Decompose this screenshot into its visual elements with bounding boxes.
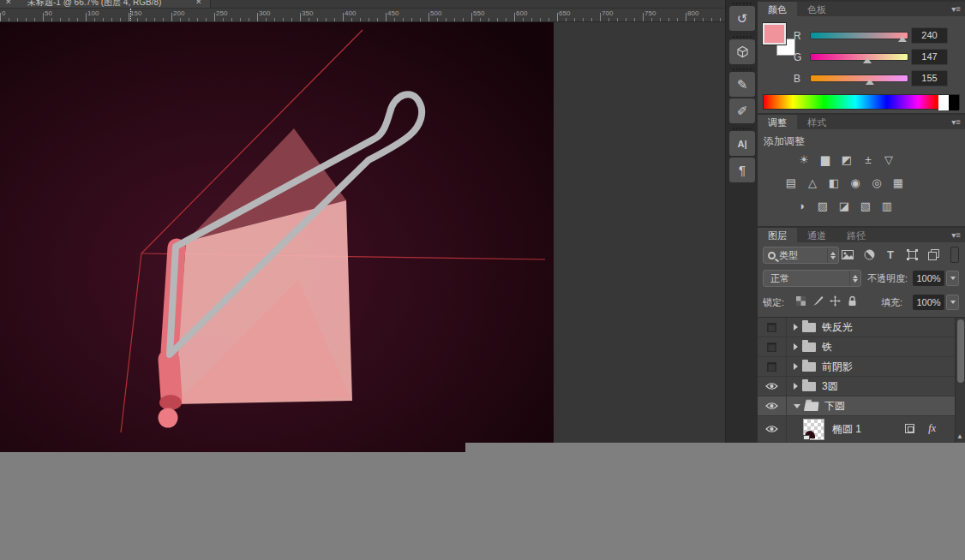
tab-styles[interactable]: 样式 bbox=[797, 115, 836, 129]
visibility-cell[interactable] bbox=[758, 416, 787, 442]
visibility-hidden-box[interactable] bbox=[767, 323, 776, 332]
opacity-value-field[interactable]: 100% bbox=[913, 271, 944, 286]
collapse-arrow-icon[interactable] bbox=[794, 404, 800, 408]
posterize-icon[interactable]: ▨ bbox=[814, 199, 831, 213]
curves-icon[interactable]: ◩ bbox=[838, 152, 855, 167]
expand-arrow-icon[interactable] bbox=[794, 324, 798, 331]
invert-icon[interactable]: ◑ bbox=[793, 199, 810, 213]
tab-adjustments[interactable]: 调整 bbox=[758, 115, 797, 129]
tool-presets-panel-button[interactable]: ✎ bbox=[729, 72, 755, 97]
lock-transparent-pixels-icon[interactable] bbox=[794, 294, 808, 307]
visibility-cell[interactable] bbox=[758, 396, 787, 415]
visibility-hidden-box[interactable] bbox=[767, 343, 776, 352]
green-slider[interactable] bbox=[810, 53, 908, 61]
green-slider-handle[interactable] bbox=[863, 57, 872, 63]
eye-icon[interactable] bbox=[765, 425, 778, 433]
blue-slider-handle[interactable] bbox=[866, 79, 874, 85]
exposure-icon[interactable]: ± bbox=[860, 152, 877, 167]
expand-arrow-icon[interactable] bbox=[794, 343, 798, 350]
blue-value-field[interactable]: 155 bbox=[911, 70, 948, 86]
visibility-hidden-box[interactable] bbox=[767, 362, 776, 372]
spectrum-black-swatch[interactable] bbox=[949, 95, 959, 110]
tab-channels[interactable]: 通道 bbox=[797, 228, 836, 242]
visibility-cell[interactable] bbox=[758, 377, 787, 396]
filter-pixel-layers-icon[interactable] bbox=[839, 247, 856, 263]
dock-grip[interactable] bbox=[733, 69, 752, 70]
layer-style-icon[interactable] bbox=[905, 424, 914, 433]
layer-row-qianyinying[interactable]: 前阴影 bbox=[758, 357, 965, 377]
document-tab[interactable]: ✕ 未标题-1 @ 66.7% (图层 4, RGB/8) ✕ bbox=[0, 0, 211, 9]
eye-icon[interactable] bbox=[765, 382, 778, 390]
history-panel-button[interactable]: ↺ bbox=[729, 6, 755, 31]
layer-row-3yuan[interactable]: 3圆 bbox=[758, 377, 965, 396]
layer-list-scrollbar[interactable]: ▲ bbox=[955, 318, 965, 444]
expand-arrow-icon[interactable] bbox=[794, 383, 798, 390]
visibility-cell[interactable] bbox=[758, 318, 787, 337]
horizontal-ruler[interactable]: 0 50 100 150 200 250 300 350 400 450 500… bbox=[0, 9, 725, 22]
red-value-field[interactable]: 240 bbox=[911, 27, 948, 44]
filter-smart-objects-icon[interactable] bbox=[925, 247, 942, 263]
color-balance-icon[interactable]: △ bbox=[804, 176, 821, 190]
dock-grip[interactable] bbox=[733, 128, 752, 129]
lock-all-icon[interactable] bbox=[845, 294, 860, 307]
dock-grip[interactable] bbox=[733, 36, 752, 38]
red-slider[interactable] bbox=[810, 32, 908, 39]
color-panel: 颜色 色板 ▾≡ R 240 G 147 B 155 bbox=[758, 2, 965, 113]
panel-menu-icon[interactable]: ▾≡ bbox=[951, 4, 961, 14]
layer-row-tie[interactable]: 铁 bbox=[758, 337, 965, 357]
spectrum-white-swatch[interactable] bbox=[938, 95, 949, 110]
threshold-icon[interactable]: ◪ bbox=[836, 199, 853, 213]
color-spectrum-ramp[interactable] bbox=[763, 94, 960, 110]
foreground-color-swatch[interactable] bbox=[763, 23, 786, 45]
filter-shape-layers-icon[interactable] bbox=[903, 247, 920, 263]
brightness-contrast-icon[interactable]: ☀ bbox=[795, 152, 812, 167]
blue-slider[interactable] bbox=[810, 74, 908, 82]
blend-mode-select[interactable]: 正常 bbox=[763, 270, 861, 287]
filter-adjustment-layers-icon[interactable] bbox=[860, 247, 878, 263]
panel-menu-icon[interactable]: ▾≡ bbox=[951, 230, 961, 240]
3d-panel-button[interactable] bbox=[729, 39, 755, 64]
black-white-icon[interactable]: ◧ bbox=[825, 176, 842, 190]
layer-filter-toggle[interactable] bbox=[950, 247, 959, 263]
color-lookup-icon[interactable]: ▦ bbox=[890, 176, 907, 190]
tab-close-icon[interactable]: ✕ bbox=[195, 0, 202, 6]
panel-menu-icon[interactable]: ▾≡ bbox=[951, 117, 961, 127]
ruler-label: 200 bbox=[173, 9, 184, 17]
green-value-field[interactable]: 147 bbox=[911, 49, 948, 65]
layer-effects-badge[interactable]: fx bbox=[928, 422, 936, 435]
expand-arrow-icon[interactable] bbox=[794, 363, 798, 370]
scrollbar-thumb[interactable] bbox=[957, 319, 964, 383]
tab-layers[interactable]: 图层 bbox=[758, 228, 797, 242]
brush-panel-button[interactable]: ✐ bbox=[729, 98, 755, 123]
gradient-map-icon[interactable]: ▧ bbox=[857, 199, 874, 213]
tab-paths[interactable]: 路径 bbox=[836, 228, 876, 242]
filter-type-layers-icon[interactable]: T bbox=[882, 247, 899, 263]
tab-color[interactable]: 颜色 bbox=[758, 2, 797, 16]
tab-swatches[interactable]: 色板 bbox=[797, 2, 836, 16]
hue-saturation-icon[interactable]: ▤ bbox=[782, 176, 800, 190]
vibrance-icon[interactable]: ▽ bbox=[880, 152, 897, 167]
fill-dropdown-button[interactable] bbox=[946, 295, 959, 310]
dock-grip[interactable] bbox=[733, 3, 752, 4]
channel-mixer-icon[interactable]: ◎ bbox=[868, 176, 885, 190]
opacity-dropdown-button[interactable] bbox=[946, 271, 959, 286]
character-panel-button[interactable]: A| bbox=[729, 131, 755, 156]
levels-icon[interactable]: ▆ bbox=[817, 152, 834, 167]
lock-position-icon[interactable] bbox=[828, 294, 842, 307]
visibility-cell[interactable] bbox=[758, 357, 787, 376]
tab-left-close-icon[interactable]: ✕ bbox=[5, 0, 12, 6]
eye-icon[interactable] bbox=[765, 402, 778, 410]
selective-color-icon[interactable]: ▥ bbox=[878, 199, 896, 213]
red-slider-handle[interactable] bbox=[898, 36, 907, 42]
layer-thumbnail[interactable] bbox=[803, 419, 824, 440]
paragraph-panel-button[interactable]: ¶ bbox=[729, 158, 755, 182]
layer-row-xiayuan-selected[interactable]: 下圆 bbox=[758, 396, 965, 416]
lock-image-pixels-icon[interactable] bbox=[811, 294, 825, 307]
layer-row-tiefanguang[interactable]: 铁反光 bbox=[758, 318, 965, 337]
visibility-cell[interactable] bbox=[758, 337, 787, 356]
fill-value-field[interactable]: 100% bbox=[913, 295, 944, 310]
layer-row-tuoyuan1[interactable]: 椭圆 1 fx bbox=[758, 416, 965, 443]
photo-filter-icon[interactable]: ◉ bbox=[847, 176, 864, 190]
kind-filter-select[interactable]: 类型 bbox=[763, 247, 839, 264]
scrollbar-arrow-icon[interactable]: ▲ bbox=[956, 432, 963, 440]
